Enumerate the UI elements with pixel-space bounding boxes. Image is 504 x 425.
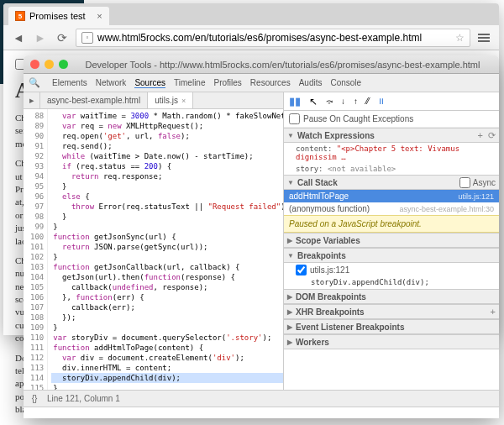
cursor-icon: ↖ [309, 96, 318, 108]
tab-elements[interactable]: Elements [52, 78, 87, 87]
refresh-watch-button[interactable]: ⟳ [488, 130, 496, 141]
devtools-statusbar: {} Line 121, Column 1 [24, 390, 499, 407]
bookmark-star-icon[interactable]: ☆ [455, 32, 465, 44]
breakpoint-checkbox[interactable] [296, 265, 307, 275]
add-xhr-bp-button[interactable]: + [491, 307, 496, 317]
tab-favicon-icon: 5 [15, 11, 25, 21]
tab-close-icon[interactable]: × [97, 11, 102, 21]
tab-resources[interactable]: Resources [250, 78, 291, 87]
menu-button[interactable] [475, 34, 492, 42]
devtools-titlebar[interactable]: Developer Tools - http://www.html5rocks.… [24, 55, 499, 74]
stack-frame[interactable]: (anonymous function) async-best-example.… [284, 202, 499, 215]
stack-frame[interactable]: addHtmlToPage utils.js:121 [284, 190, 499, 202]
async-checkbox[interactable] [459, 177, 470, 188]
devtools-main: ▸ async-best-example.html utils.js × 88 … [24, 92, 499, 390]
step-out-button[interactable]: ↑ [354, 97, 358, 106]
watch-key: content: [296, 144, 332, 153]
code-body[interactable]: var waitTime = 3000 * Math.random() * fa… [48, 109, 283, 390]
line-gutter[interactable]: 88 89 90 91 92 93 94 95 96 97 98 99 100 … [24, 109, 48, 390]
section-label: Event Listener Breakpoints [296, 323, 404, 332]
section-label: XHR Breakpoints [296, 307, 365, 317]
pause-exceptions-button[interactable]: ⏸ [377, 97, 386, 106]
back-button[interactable]: ◄ [10, 29, 27, 46]
watch-key: story: [296, 165, 323, 173]
disclosure-icon[interactable]: ▶ [287, 323, 292, 331]
url-input[interactable]: ▫ www.html5rocks.com/en/tutorials/es6/pr… [76, 29, 470, 47]
pretty-print-button[interactable]: {} [29, 394, 40, 403]
source-tab-label: async-best-example.html [47, 96, 140, 105]
debugger-pane: ▮▮ ↖ ⤼ ↓ ↑ ⁄∕ ⏸ Pause On Caught Exceptio… [284, 92, 499, 390]
step-over-button[interactable]: ⤼ [326, 97, 333, 106]
breakpoint-code: storyDiv.appendChild(div); [284, 277, 499, 289]
disclosure-icon[interactable]: ▶ [287, 293, 292, 301]
section-event-bp[interactable]: ▶ Event Listener Breakpoints [284, 319, 499, 334]
disclosure-icon[interactable]: ▶ [287, 338, 292, 346]
section-workers[interactable]: ▶ Workers [284, 334, 499, 349]
section-label: Call Stack [297, 178, 338, 187]
watch-value: <not available> [328, 165, 396, 173]
cursor-position: Line 121, Column 1 [47, 394, 120, 403]
source-tab-utils[interactable]: utils.js × [148, 92, 193, 108]
deactivate-bp-button[interactable]: ⁄∕ [366, 97, 369, 106]
forward-button[interactable]: ► [32, 29, 49, 46]
disclosure-icon[interactable]: ▼ [287, 132, 294, 139]
disclosure-icon[interactable]: ▼ [287, 252, 294, 260]
source-tab-async[interactable]: async-best-example.html [40, 92, 148, 108]
tab-network[interactable]: Network [96, 78, 127, 87]
disclosure-icon[interactable]: ▶ [287, 308, 292, 316]
section-label: Watch Expressions [297, 131, 375, 140]
section-dom-bp[interactable]: ▶ DOM Breakpoints [284, 289, 499, 304]
add-watch-button[interactable]: + [478, 130, 483, 141]
pause-exceptions-checkbox[interactable] [289, 113, 300, 124]
async-label: Async [473, 178, 496, 187]
section-scope[interactable]: ▶ Scope Variables [284, 233, 499, 248]
url-text: www.html5rocks.com/en/tutorials/es6/prom… [97, 32, 422, 44]
tab-timeline[interactable]: Timeline [174, 78, 205, 87]
source-tab-close-icon[interactable]: × [181, 97, 186, 105]
reload-button[interactable]: ⟳ [54, 29, 71, 46]
section-breakpoints[interactable]: ▼ Breakpoints [284, 248, 499, 263]
sources-pane: ▸ async-best-example.html utils.js × 88 … [24, 92, 284, 390]
step-into-button[interactable]: ↓ [341, 97, 345, 106]
breakpoint-location: utils.js:121 [310, 265, 349, 275]
browser-tab-bar: 5 Promises test × [3, 3, 499, 25]
search-icon[interactable]: 🔍 [29, 77, 40, 88]
section-label: Scope Variables [296, 236, 360, 245]
tab-audits[interactable]: Audits [299, 78, 323, 87]
stack-frame-location: utils.js:121 [458, 192, 494, 201]
traffic-close-icon[interactable] [30, 60, 39, 69]
pause-resume-button[interactable]: ▮▮ [289, 95, 301, 108]
devtools-window: Developer Tools - http://www.html5rocks.… [24, 55, 499, 418]
section-label: Workers [296, 338, 329, 347]
pause-exceptions-label: Pause On Caught Exceptions [303, 114, 413, 123]
section-callstack[interactable]: ▼ Call Stack Async [284, 175, 499, 190]
section-label: DOM Breakpoints [296, 292, 366, 302]
show-navigator-button[interactable]: ▸ [24, 92, 40, 108]
debugger-toolbar: ▮▮ ↖ ⤼ ↓ ↑ ⁄∕ ⏸ [284, 92, 499, 111]
browser-tab[interactable]: 5 Promises test × [8, 7, 109, 25]
tab-console[interactable]: Console [330, 78, 361, 87]
disclosure-icon[interactable]: ▶ [287, 237, 292, 244]
disclosure-icon[interactable]: ▼ [287, 179, 294, 186]
stack-frame-name: (anonymous function) [289, 204, 370, 213]
devtools-tabs: 🔍 Elements Network Sources Timeline Prof… [24, 74, 499, 92]
code-editor[interactable]: 88 89 90 91 92 93 94 95 96 97 98 99 100 … [24, 109, 283, 390]
site-info-icon[interactable]: ▫ [81, 32, 93, 44]
stack-frame-location: async-best-example.html:30 [399, 205, 494, 213]
pause-on-exceptions-row[interactable]: Pause On Caught Exceptions [284, 111, 499, 128]
section-watch[interactable]: ▼ Watch Expressions +⟳ [284, 128, 499, 143]
tab-sources[interactable]: Sources [134, 78, 165, 88]
devtools-title: Developer Tools - http://www.html5rocks.… [73, 60, 492, 70]
traffic-max-icon[interactable] [59, 60, 68, 69]
source-file-tabs: ▸ async-best-example.html utils.js × [24, 92, 283, 109]
watch-item[interactable]: story: <not available> [284, 163, 499, 175]
console-drawer[interactable] [24, 407, 499, 418]
watch-item[interactable]: content: "<p>Chapter 5 text: Vivamus dig… [284, 143, 499, 163]
source-tab-label: utils.js [155, 96, 178, 105]
async-toggle[interactable]: Async [459, 177, 496, 188]
breakpoint-item[interactable]: utils.js:121 [284, 263, 499, 277]
traffic-min-icon[interactable] [45, 60, 54, 69]
url-toolbar: ◄ ► ⟳ ▫ www.html5rocks.com/en/tutorials/… [3, 25, 499, 50]
tab-profiles[interactable]: Profiles [213, 78, 241, 87]
section-xhr-bp[interactable]: ▶ XHR Breakpoints + [284, 304, 499, 319]
